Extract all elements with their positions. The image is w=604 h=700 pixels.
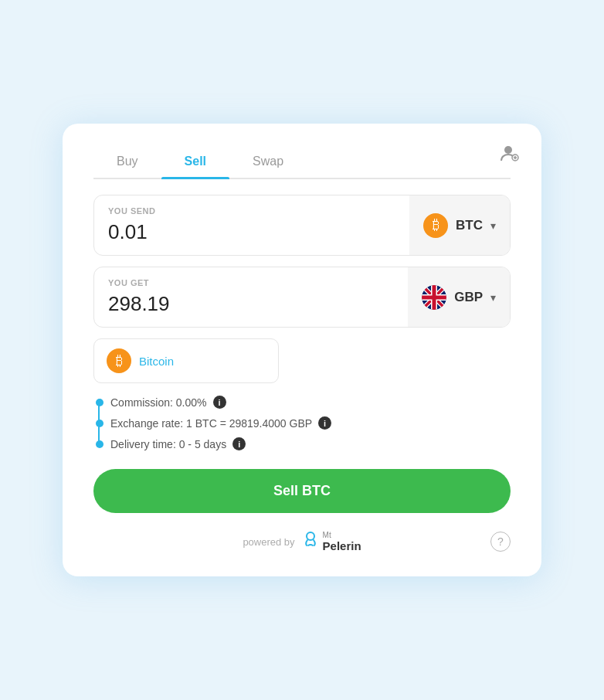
get-chevron-icon: ▾	[490, 291, 496, 304]
tab-buy[interactable]: Buy	[93, 147, 161, 178]
tab-swap[interactable]: Swap	[229, 147, 307, 178]
bitcoin-suggestion[interactable]: ₿ Bitcoin	[93, 338, 279, 383]
pelerin-name-group: Mt Pelerin	[323, 532, 361, 552]
svg-point-6	[307, 532, 314, 540]
powered-by-text: powered by	[243, 536, 294, 548]
delivery-time-text: Delivery time: 0 - 5 days	[110, 438, 226, 450]
commission-text: Commission: 0.00%	[110, 396, 207, 409]
send-chevron-icon: ▾	[490, 219, 496, 232]
bitcoin-suggestion-label: Bitcoin	[139, 355, 174, 368]
get-currency-code: GBP	[454, 290, 483, 305]
delivery-time-row: Delivery time: 0 - 5 days i	[110, 437, 511, 450]
pelerin-brand-name: Pelerin	[323, 539, 361, 552]
info-section: Commission: 0.00% i Exchange rate: 1 BTC…	[93, 396, 511, 450]
send-currency-code: BTC	[456, 218, 483, 233]
delivery-time-info-icon[interactable]: i	[232, 437, 246, 450]
main-card: Buy Sell Swap YOU SEND 0.01 ₿ BTC ▾ YOU …	[63, 124, 541, 576]
exchange-rate-text: Exchange rate: 1 BTC = 29819.4000 GBP	[110, 417, 312, 430]
pelerin-logo: Mt Pelerin	[301, 530, 361, 553]
get-section: YOU GET 298.19 GB	[93, 267, 511, 328]
btc-icon: ₿	[423, 213, 448, 238]
get-label: YOU GET	[108, 278, 394, 287]
pelerin-icon	[301, 530, 320, 553]
exchange-rate-row: Exchange rate: 1 BTC = 29819.4000 GBP i	[110, 416, 511, 430]
pelerin-mt: Mt	[323, 532, 361, 539]
commission-info-icon[interactable]: i	[213, 396, 226, 409]
sell-button[interactable]: Sell BTC	[93, 469, 511, 513]
send-label: YOU SEND	[108, 206, 395, 216]
svg-point-0	[504, 146, 512, 154]
user-icon[interactable]	[498, 142, 520, 167]
send-input-area[interactable]: YOU SEND 0.01	[94, 195, 409, 255]
send-section: YOU SEND 0.01 ₿ BTC ▾	[93, 195, 511, 256]
send-currency-selector[interactable]: ₿ BTC ▾	[409, 195, 510, 255]
tab-sell[interactable]: Sell	[161, 147, 229, 178]
get-input-area[interactable]: YOU GET 298.19	[94, 267, 408, 327]
get-value: 298.19	[108, 292, 394, 316]
send-value: 0.01	[108, 220, 395, 244]
exchange-rate-info-icon[interactable]: i	[318, 416, 331, 430]
tabs-container: Buy Sell Swap	[93, 147, 511, 179]
bitcoin-suggestion-icon: ₿	[107, 348, 131, 373]
commission-row: Commission: 0.00% i	[110, 396, 511, 409]
get-currency-selector[interactable]: GBP ▾	[408, 267, 510, 327]
footer: powered by Mt Pelerin ?	[93, 530, 511, 553]
help-icon[interactable]: ?	[490, 532, 511, 552]
gbp-flag-icon	[422, 285, 446, 310]
